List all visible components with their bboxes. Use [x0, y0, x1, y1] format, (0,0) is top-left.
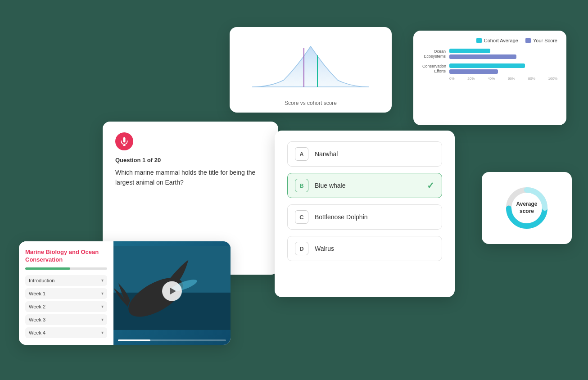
answer-option-c[interactable]: C Bottlenose Dolphin: [287, 204, 442, 230]
your-score-legend-dot: [525, 38, 531, 43]
course-title: Marine Biology and Ocean Conservation: [25, 249, 107, 264]
donut-chart: Average score: [502, 183, 552, 233]
answer-text-c: Bottlenose Dolphin: [315, 213, 434, 221]
bar-chart-card: Cohort Average Your Score Ocean Ecosyste…: [413, 31, 566, 125]
avg-score-card: Average score: [482, 172, 572, 244]
bar-row-conservation: Conservation Efforts: [422, 63, 557, 74]
answer-letter-c: C: [295, 210, 308, 224]
progress-bar-fill: [25, 267, 70, 270]
chart-legend: Cohort Average Your Score: [422, 38, 557, 43]
bell-curve: [240, 36, 381, 97]
bars-col-ocean: [449, 49, 557, 59]
answer-text-a: Narwhal: [315, 150, 434, 158]
answer-text-d: Walrus: [315, 245, 434, 252]
week-item-2[interactable]: Week 2 ▾: [25, 301, 107, 312]
course-sidebar: Marine Biology and Ocean Conservation In…: [19, 241, 113, 345]
bar-row-ocean: Ocean Ecosystems: [422, 49, 557, 59]
checkmark-icon: ✓: [427, 180, 434, 191]
cohort-bar-ocean: [449, 49, 490, 53]
chevron-down-icon: ▾: [101, 317, 104, 322]
answer-option-d[interactable]: D Walrus: [287, 236, 442, 261]
chevron-down-icon: ▾: [101, 304, 104, 309]
axis-labels: 0% 20% 40% 60% 80% 100%: [422, 77, 557, 81]
your-bar-conservation: [449, 69, 498, 74]
answer-option-b[interactable]: B Blue whale ✓: [287, 173, 442, 198]
answer-letter-a: A: [295, 147, 308, 161]
bar-chart-body: Ocean Ecosystems Conservation Efforts: [422, 49, 557, 74]
your-bar-ocean: [449, 54, 516, 59]
chevron-down-icon: ▾: [101, 330, 104, 335]
week-item-1[interactable]: Week 1 ▾: [25, 288, 107, 299]
question-text: Which marine mammal holds the title for …: [115, 168, 266, 187]
bars-col-conservation: [449, 63, 557, 74]
week-item-4[interactable]: Week 4 ▾: [25, 327, 107, 338]
play-button[interactable]: [162, 281, 182, 301]
chevron-down-icon: ▾: [101, 291, 104, 296]
course-card: Marine Biology and Ocean Conservation In…: [19, 241, 231, 345]
your-score-legend-label: Your Score: [533, 38, 557, 43]
cohort-legend-item: Cohort Average: [476, 38, 518, 43]
answer-letter-d: D: [295, 242, 308, 255]
answer-letter-b: B: [295, 179, 308, 192]
course-video: [113, 241, 231, 345]
cohort-legend-label: Cohort Average: [484, 38, 518, 43]
answer-text-b: Blue whale: [315, 182, 421, 189]
question-label: Question 1 of 20: [115, 157, 266, 163]
play-icon: [170, 288, 176, 295]
score-cohort-label: Score vs cohort score: [285, 100, 337, 106]
answers-card: A Narwhal B Blue whale ✓ C Bottlenose Do…: [275, 131, 455, 297]
mic-icon: [120, 137, 129, 146]
avg-score-label: Average score: [516, 201, 538, 215]
your-score-legend-item: Your Score: [525, 38, 557, 43]
video-progress-fill: [118, 339, 150, 341]
bar-label-conservation: Conservation Efforts: [422, 64, 446, 74]
cohort-legend-dot: [476, 38, 482, 43]
week-item-3[interactable]: Week 3 ▾: [25, 314, 107, 325]
week-item-intro[interactable]: Introduction ▾: [25, 275, 107, 286]
answer-option-a[interactable]: A Narwhal: [287, 141, 442, 167]
score-cohort-card: Score vs cohort score: [230, 27, 392, 113]
progress-bar: [25, 267, 107, 270]
chevron-down-icon: ▾: [101, 278, 104, 283]
mic-icon-circle: [115, 132, 133, 150]
cohort-bar-conservation: [449, 63, 525, 68]
video-progress-bar: [118, 339, 226, 341]
bar-label-ocean: Ocean Ecosystems: [422, 49, 446, 59]
